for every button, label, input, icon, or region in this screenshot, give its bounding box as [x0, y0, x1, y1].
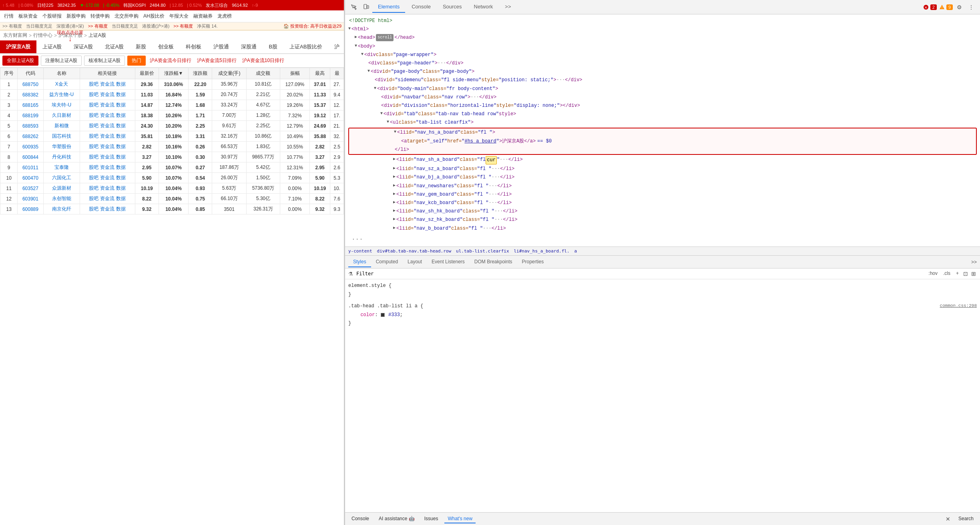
devtools-inspect-icon[interactable] [348, 2, 359, 13]
table-row[interactable]: 3 688165 埃夫特-U 股吧资金流数据 14.87 12.74% 1.68… [0, 100, 344, 110]
table-row[interactable]: 5 688593 新相微 股吧资金流数据 24.30 10.20% 2.25 9… [0, 121, 344, 131]
bc-a[interactable]: a [574, 248, 577, 254]
nav-link-ah[interactable]: AH股比价 [142, 12, 166, 20]
cell-code[interactable]: 688262 [18, 131, 43, 142]
breadcrumb-market[interactable]: 行情中心 [33, 32, 52, 39]
tab-sz-hk[interactable]: 深股通 [235, 40, 263, 53]
dom-more[interactable]: ··· [348, 234, 977, 245]
nav-link-ranking[interactable]: 行情 [2, 12, 15, 20]
nav-link-ipo[interactable]: 新股申购 [65, 12, 87, 20]
cell-code[interactable]: 603527 [18, 183, 43, 194]
cell-name[interactable]: 埃夫特-U [43, 100, 80, 110]
style-icon-1[interactable]: ⊡ [962, 270, 969, 278]
tab-sh-hk[interactable]: 沪股通 [207, 40, 235, 53]
cell-code[interactable]: 600889 [18, 204, 43, 214]
bottom-tab-console[interactable]: Console [348, 515, 372, 523]
devtools-settings-icon[interactable]: ⚙ [954, 2, 965, 13]
color-swatch[interactable] [381, 313, 385, 317]
cell-code[interactable]: 600844 [18, 152, 43, 162]
devtools-device-icon[interactable] [360, 2, 372, 13]
styles-tab-props[interactable]: Properties [517, 257, 549, 267]
bottom-tab-ai[interactable]: AI assistance 🤖 [376, 515, 418, 523]
nav-link-margin[interactable]: 融资融券 [192, 12, 214, 20]
table-row[interactable]: 4 688199 久日新材 股吧资金流数据 18.38 10.26% 1.71 … [0, 110, 344, 121]
nav-link-dragon[interactable]: 龙虎榜 [216, 12, 233, 20]
styles-content[interactable]: element.style { } .tab-head .tab-list li… [345, 279, 980, 512]
stock-table-container[interactable]: 序号 代码 名称 相关链接 最新价 涨跌幅▼ 涨跌额 成交量(手) 成交额 振幅… [0, 68, 344, 525]
pseudo-cls[interactable]: .cls [941, 270, 952, 278]
bottom-close-btn[interactable]: ✕ [944, 515, 952, 523]
tab-ab-compare[interactable]: 上证AB股比价 [283, 40, 328, 53]
table-row[interactable]: 9 601011 宝泰隆 股吧资金流数据 2.95 10.07% 0.27 18… [0, 162, 344, 173]
cell-name[interactable]: 六国化工 [43, 173, 80, 183]
cell-code[interactable]: 688165 [18, 100, 43, 110]
nav-link-annual[interactable]: 年报大全 [168, 12, 190, 20]
tab-newshares[interactable]: 新股 [130, 40, 152, 53]
table-row[interactable]: 13 600889 南京化纤 股吧资金流数据 9.32 10.04% 0.85 … [0, 204, 344, 214]
styles-tab-styles[interactable]: Styles [348, 257, 371, 267]
cell-name[interactable]: 国芯科技 [43, 131, 80, 142]
nav-link-research[interactable]: 个股研报 [41, 12, 63, 20]
filter-registered[interactable]: 注册制上证A股 [41, 56, 82, 66]
tab-hu[interactable]: 沪 [328, 40, 344, 53]
bottom-tab-issues[interactable]: Issues [421, 515, 442, 523]
cell-code[interactable]: 688593 [18, 121, 43, 131]
filter-hot[interactable]: 热门 [127, 56, 146, 66]
devtools-tab-elements[interactable]: Elements [372, 1, 405, 13]
tab-b[interactable]: B股 [263, 40, 283, 53]
cell-name[interactable]: 久日新材 [43, 110, 80, 121]
devtools-tab-sources[interactable]: Sources [437, 1, 468, 13]
breadcrumb-home[interactable]: 东方财富网 [3, 32, 27, 39]
devtools-tab-network[interactable]: Network [468, 1, 499, 13]
devtools-more-icon[interactable]: ⋮ [966, 2, 977, 13]
nav-link-convert[interactable]: 转债申购 [89, 12, 111, 20]
cell-code[interactable]: 601011 [18, 162, 43, 173]
table-row[interactable]: 10 600470 六国化工 股吧资金流数据 5.90 10.07% 0.54 … [0, 173, 344, 183]
cell-code[interactable]: 688199 [18, 110, 43, 121]
styles-tab-layout[interactable]: Layout [403, 257, 427, 267]
table-row[interactable]: 12 603901 永创智能 股吧资金流数据 8.22 10.04% 0.75 … [0, 194, 344, 204]
tab-beijing[interactable]: 北证A股 [99, 40, 130, 53]
devtools-tab-more[interactable]: >> [499, 1, 516, 13]
dom-tree[interactable]: <!DOCTYPE html> <html> <head> scroll </h… [345, 14, 980, 246]
invest-link[interactable]: 🏠 投资组合: 高手日收益达29 [283, 23, 341, 29]
filter-flow-5d[interactable]: 沪A资金流5日排行 [195, 56, 238, 65]
filter-flow-today[interactable]: 沪A资金流今日排行 [148, 56, 193, 65]
tab-hushenjing[interactable]: 沪深京A股 [0, 40, 36, 53]
pseudo-hov[interactable]: :hov [926, 270, 940, 278]
tab-gem[interactable]: 创业板 [152, 40, 180, 53]
table-row[interactable]: 2 688382 益方生物-U 股吧资金流数据 11.03 16.84% 1.5… [0, 90, 344, 100]
cell-name[interactable]: 益方生物-U [43, 90, 80, 100]
cell-name[interactable]: 宝泰隆 [43, 162, 80, 173]
style-source-link[interactable]: common.css:298 [940, 302, 977, 310]
cell-code[interactable]: 600935 [18, 142, 43, 152]
bc-ycontent[interactable]: y-content [348, 248, 372, 254]
table-row[interactable]: 6 688262 国芯科技 股吧资金流数据 35.81 10.18% 3.31 … [0, 131, 344, 142]
pseudo-plus[interactable]: + [954, 270, 961, 278]
nav-link-north[interactable]: 北交所申购 [113, 12, 140, 20]
filter-flow-10d[interactable]: 沪A资金流10日排行 [241, 56, 286, 65]
cell-name[interactable]: 丹化科技 [43, 152, 80, 162]
cell-name[interactable]: 永创智能 [43, 194, 80, 204]
bc-li[interactable]: li#nav_hs_a_board.fl. [514, 248, 570, 254]
styles-tab-dom[interactable]: DOM Breakpoints [470, 257, 517, 267]
nav-link-sector[interactable]: 板块资金 [17, 12, 39, 20]
filter-approved[interactable]: 核准制上证A股 [84, 56, 125, 66]
filter-all[interactable]: 全部上证A股 [2, 56, 38, 66]
cell-name[interactable]: 众源新材 [43, 183, 80, 194]
cell-name[interactable]: 华塑股份 [43, 142, 80, 152]
tab-star[interactable]: 科创板 [180, 40, 207, 53]
cell-code[interactable]: 688382 [18, 90, 43, 100]
styles-tab-computed[interactable]: Computed [371, 257, 403, 267]
styles-tab-more[interactable]: >> [971, 259, 977, 265]
table-row[interactable]: 1 688750 X金天 股吧资金流数据 29.36 310.06% 22.20… [0, 79, 344, 90]
dom-selected-block[interactable]: <li id="nav_hs_a_board" class="fl "> <a … [348, 128, 977, 155]
cell-name[interactable]: 新相微 [43, 121, 80, 131]
bottom-tab-search[interactable]: Search [955, 515, 977, 523]
cell-code[interactable]: 688750 [18, 79, 43, 90]
cell-code[interactable]: 603901 [18, 194, 43, 204]
devtools-tab-console[interactable]: Console [406, 1, 436, 13]
bc-divtab[interactable]: div#tab.tab-nav.tab-head.row [377, 248, 451, 254]
style-icon-2[interactable]: ⊞ [970, 270, 977, 278]
cell-name[interactable]: 南京化纤 [43, 204, 80, 214]
